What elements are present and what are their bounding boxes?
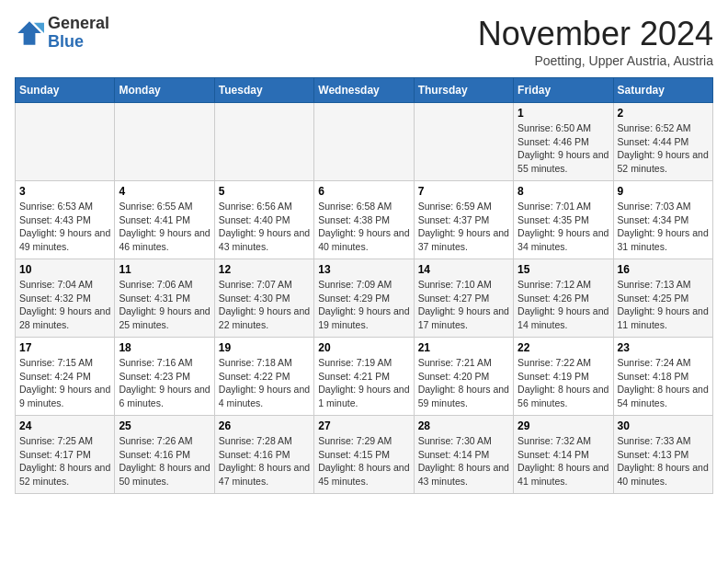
day-cell: 23Sunrise: 7:24 AM Sunset: 4:18 PM Dayli… bbox=[613, 338, 712, 416]
header-cell-monday: Monday bbox=[115, 78, 214, 103]
day-cell: 12Sunrise: 7:07 AM Sunset: 4:30 PM Dayli… bbox=[214, 259, 313, 338]
day-cell: 18Sunrise: 7:16 AM Sunset: 4:23 PM Dayli… bbox=[115, 338, 214, 416]
day-cell bbox=[314, 103, 414, 181]
header-cell-sunday: Sunday bbox=[16, 78, 115, 103]
day-number: 3 bbox=[19, 185, 110, 198]
day-number: 23 bbox=[618, 341, 709, 354]
day-number: 16 bbox=[618, 263, 709, 276]
day-number: 12 bbox=[219, 263, 310, 276]
day-cell: 27Sunrise: 7:29 AM Sunset: 4:15 PM Dayli… bbox=[314, 416, 414, 494]
calendar-header: SundayMondayTuesdayWednesdayThursdayFrid… bbox=[16, 78, 713, 103]
day-cell: 3Sunrise: 6:53 AM Sunset: 4:43 PM Daylig… bbox=[16, 181, 115, 259]
location-subtitle: Poetting, Upper Austria, Austria bbox=[478, 53, 713, 68]
day-info: Sunrise: 7:07 AM Sunset: 4:30 PM Dayligh… bbox=[219, 278, 310, 332]
day-number: 22 bbox=[518, 341, 609, 354]
day-info: Sunrise: 7:06 AM Sunset: 4:31 PM Dayligh… bbox=[119, 278, 210, 332]
week-row-4: 24Sunrise: 7:25 AM Sunset: 4:17 PM Dayli… bbox=[16, 416, 713, 494]
header-cell-tuesday: Tuesday bbox=[214, 78, 313, 103]
day-number: 9 bbox=[618, 185, 709, 198]
header-cell-friday: Friday bbox=[514, 78, 613, 103]
day-cell: 6Sunrise: 6:58 AM Sunset: 4:38 PM Daylig… bbox=[314, 181, 414, 259]
day-cell: 26Sunrise: 7:28 AM Sunset: 4:16 PM Dayli… bbox=[214, 416, 313, 494]
day-number: 24 bbox=[19, 419, 110, 432]
day-info: Sunrise: 7:24 AM Sunset: 4:18 PM Dayligh… bbox=[618, 356, 709, 410]
day-cell: 2Sunrise: 6:52 AM Sunset: 4:44 PM Daylig… bbox=[613, 103, 712, 181]
day-cell: 24Sunrise: 7:25 AM Sunset: 4:17 PM Dayli… bbox=[16, 416, 115, 494]
day-cell: 5Sunrise: 6:56 AM Sunset: 4:40 PM Daylig… bbox=[214, 181, 313, 259]
day-cell bbox=[16, 103, 115, 181]
day-cell: 8Sunrise: 7:01 AM Sunset: 4:35 PM Daylig… bbox=[514, 181, 613, 259]
day-number: 26 bbox=[219, 419, 310, 432]
day-number: 8 bbox=[518, 185, 609, 198]
day-info: Sunrise: 7:13 AM Sunset: 4:25 PM Dayligh… bbox=[618, 278, 709, 332]
day-cell: 1Sunrise: 6:50 AM Sunset: 4:46 PM Daylig… bbox=[514, 103, 613, 181]
day-info: Sunrise: 7:18 AM Sunset: 4:22 PM Dayligh… bbox=[219, 356, 310, 410]
logo-blue-text: Blue bbox=[48, 33, 109, 52]
day-info: Sunrise: 6:59 AM Sunset: 4:37 PM Dayligh… bbox=[418, 200, 509, 254]
day-cell: 22Sunrise: 7:22 AM Sunset: 4:19 PM Dayli… bbox=[514, 338, 613, 416]
day-info: Sunrise: 7:09 AM Sunset: 4:29 PM Dayligh… bbox=[318, 278, 409, 332]
day-number: 13 bbox=[318, 263, 409, 276]
day-cell: 11Sunrise: 7:06 AM Sunset: 4:31 PM Dayli… bbox=[115, 259, 214, 338]
header-row: SundayMondayTuesdayWednesdayThursdayFrid… bbox=[16, 78, 713, 103]
day-cell: 30Sunrise: 7:33 AM Sunset: 4:13 PM Dayli… bbox=[613, 416, 712, 494]
logo: General Blue bbox=[15, 15, 109, 52]
header-cell-wednesday: Wednesday bbox=[314, 78, 414, 103]
day-info: Sunrise: 7:15 AM Sunset: 4:24 PM Dayligh… bbox=[19, 356, 110, 410]
day-info: Sunrise: 7:32 AM Sunset: 4:14 PM Dayligh… bbox=[518, 434, 609, 488]
day-cell: 4Sunrise: 6:55 AM Sunset: 4:41 PM Daylig… bbox=[115, 181, 214, 259]
day-cell: 28Sunrise: 7:30 AM Sunset: 4:14 PM Dayli… bbox=[414, 416, 513, 494]
day-number: 14 bbox=[418, 263, 509, 276]
day-cell: 10Sunrise: 7:04 AM Sunset: 4:32 PM Dayli… bbox=[16, 259, 115, 338]
day-cell: 16Sunrise: 7:13 AM Sunset: 4:25 PM Dayli… bbox=[613, 259, 712, 338]
day-info: Sunrise: 7:30 AM Sunset: 4:14 PM Dayligh… bbox=[418, 434, 509, 488]
day-info: Sunrise: 7:01 AM Sunset: 4:35 PM Dayligh… bbox=[518, 200, 609, 254]
day-cell bbox=[115, 103, 214, 181]
day-number: 1 bbox=[518, 107, 609, 120]
day-number: 4 bbox=[119, 185, 210, 198]
day-number: 27 bbox=[318, 419, 409, 432]
week-row-0: 1Sunrise: 6:50 AM Sunset: 4:46 PM Daylig… bbox=[16, 103, 713, 181]
title-area: November 2024 Poetting, Upper Austria, A… bbox=[478, 15, 713, 68]
day-number: 18 bbox=[119, 341, 210, 354]
day-info: Sunrise: 7:21 AM Sunset: 4:20 PM Dayligh… bbox=[418, 356, 509, 410]
day-cell: 20Sunrise: 7:19 AM Sunset: 4:21 PM Dayli… bbox=[314, 338, 414, 416]
day-info: Sunrise: 7:26 AM Sunset: 4:16 PM Dayligh… bbox=[119, 434, 210, 488]
day-info: Sunrise: 7:25 AM Sunset: 4:17 PM Dayligh… bbox=[19, 434, 110, 488]
day-number: 15 bbox=[518, 263, 609, 276]
day-cell bbox=[214, 103, 313, 181]
day-number: 21 bbox=[418, 341, 509, 354]
calendar-body: 1Sunrise: 6:50 AM Sunset: 4:46 PM Daylig… bbox=[16, 103, 713, 494]
day-number: 2 bbox=[618, 107, 709, 120]
day-cell: 25Sunrise: 7:26 AM Sunset: 4:16 PM Dayli… bbox=[115, 416, 214, 494]
day-number: 19 bbox=[219, 341, 310, 354]
day-info: Sunrise: 7:33 AM Sunset: 4:13 PM Dayligh… bbox=[618, 434, 709, 488]
day-info: Sunrise: 6:52 AM Sunset: 4:44 PM Dayligh… bbox=[618, 121, 709, 176]
day-number: 11 bbox=[119, 263, 210, 276]
month-title: November 2024 bbox=[478, 15, 713, 53]
day-number: 20 bbox=[318, 341, 409, 354]
day-info: Sunrise: 7:22 AM Sunset: 4:19 PM Dayligh… bbox=[518, 356, 609, 410]
day-number: 29 bbox=[518, 419, 609, 432]
calendar-table: SundayMondayTuesdayWednesdayThursdayFrid… bbox=[15, 77, 713, 494]
day-info: Sunrise: 7:28 AM Sunset: 4:16 PM Dayligh… bbox=[219, 434, 310, 488]
day-info: Sunrise: 7:19 AM Sunset: 4:21 PM Dayligh… bbox=[318, 356, 409, 410]
day-info: Sunrise: 7:29 AM Sunset: 4:15 PM Dayligh… bbox=[318, 434, 409, 488]
day-number: 10 bbox=[19, 263, 110, 276]
day-number: 17 bbox=[19, 341, 110, 354]
week-row-2: 10Sunrise: 7:04 AM Sunset: 4:32 PM Dayli… bbox=[16, 259, 713, 338]
day-cell: 7Sunrise: 6:59 AM Sunset: 4:37 PM Daylig… bbox=[414, 181, 513, 259]
day-cell: 14Sunrise: 7:10 AM Sunset: 4:27 PM Dayli… bbox=[414, 259, 513, 338]
day-info: Sunrise: 6:55 AM Sunset: 4:41 PM Dayligh… bbox=[119, 200, 210, 254]
day-info: Sunrise: 6:50 AM Sunset: 4:46 PM Dayligh… bbox=[518, 121, 609, 176]
day-cell: 29Sunrise: 7:32 AM Sunset: 4:14 PM Dayli… bbox=[514, 416, 613, 494]
day-number: 6 bbox=[318, 185, 409, 198]
day-number: 25 bbox=[119, 419, 210, 432]
day-cell: 17Sunrise: 7:15 AM Sunset: 4:24 PM Dayli… bbox=[16, 338, 115, 416]
day-cell: 21Sunrise: 7:21 AM Sunset: 4:20 PM Dayli… bbox=[414, 338, 513, 416]
day-info: Sunrise: 6:58 AM Sunset: 4:38 PM Dayligh… bbox=[318, 200, 409, 254]
day-cell: 15Sunrise: 7:12 AM Sunset: 4:26 PM Dayli… bbox=[514, 259, 613, 338]
week-row-1: 3Sunrise: 6:53 AM Sunset: 4:43 PM Daylig… bbox=[16, 181, 713, 259]
day-cell: 9Sunrise: 7:03 AM Sunset: 4:34 PM Daylig… bbox=[613, 181, 712, 259]
day-number: 5 bbox=[219, 185, 310, 198]
